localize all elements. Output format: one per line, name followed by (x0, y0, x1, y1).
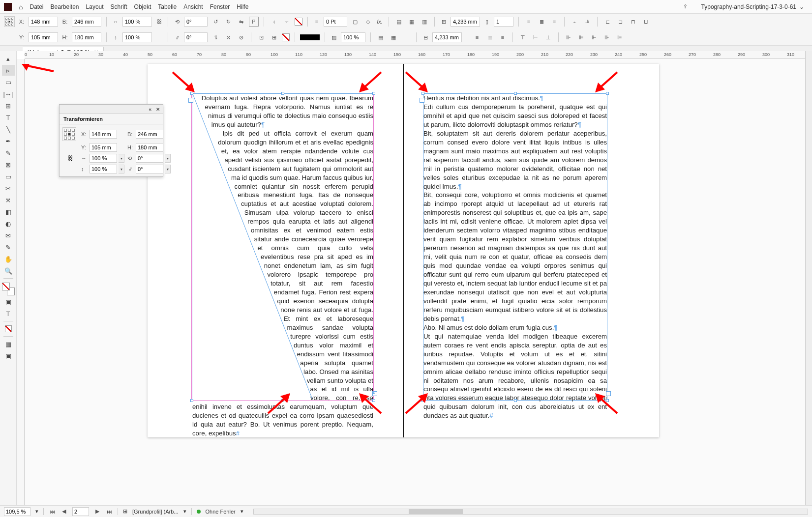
clear-transform-button[interactable]: ⊘ (236, 32, 246, 42)
last-page-button[interactable]: ⏭ (106, 509, 113, 515)
stroke-swatch[interactable] (282, 33, 290, 41)
open-navigator-icon[interactable]: ⊞ (123, 508, 127, 515)
page-input[interactable] (72, 507, 89, 516)
align-row-icon[interactable]: ⊏ (602, 17, 612, 27)
distribute-h-icon[interactable]: ⫠ (570, 17, 579, 27)
link-icon[interactable]: ⛓ (155, 18, 163, 26)
panel-collapse-icon[interactable]: « (149, 107, 151, 112)
pencil-tool[interactable]: ✎ (2, 147, 15, 158)
zoom-input[interactable] (4, 507, 30, 516)
horizontal-ruler[interactable]: 0102030405060708090100110120130140150160… (25, 51, 812, 59)
stroke-style-swatch[interactable] (300, 34, 320, 40)
transform-panel-tab[interactable]: Transformieren (60, 114, 163, 124)
text-frame-right[interactable]: Hentus ma debition nis ant aut discimus.… (423, 93, 607, 401)
baseline-grid-icon-4[interactable]: ⊪ (602, 32, 612, 42)
gradient-swatch-tool[interactable]: ◧ (2, 206, 15, 217)
baseline-grid-icon-5[interactable]: ⊫ (615, 32, 625, 42)
shear-input[interactable] (184, 32, 208, 42)
rotate-input[interactable] (184, 17, 208, 27)
w-input[interactable] (72, 17, 101, 27)
horizontal-scrollbar[interactable] (253, 509, 808, 515)
align-top-edges-icon[interactable]: ⫟ (282, 17, 292, 27)
pen-tool[interactable]: ✒ (2, 136, 15, 146)
rectangle-frame-tool[interactable]: ⊠ (2, 159, 15, 170)
baseline-grid-icon-3[interactable]: ⊩ (589, 32, 599, 42)
line-tool[interactable]: ╲ (2, 124, 15, 135)
apply-color-text-icon[interactable]: T (2, 308, 15, 319)
vert-justify-center-icon[interactable]: ⊢ (531, 32, 541, 42)
y-input[interactable] (29, 32, 58, 42)
panel-shear-input[interactable] (136, 165, 163, 173)
vertical-scrollbar[interactable] (805, 51, 812, 505)
text-align-center-icon[interactable]: ▦ (407, 17, 417, 27)
rotate-ccw-button[interactable]: ↺ (211, 17, 220, 27)
menu-hilfe[interactable]: Hilfe (237, 3, 248, 10)
text-align-bottom-icon[interactable]: ▥ (420, 17, 429, 27)
menu-schrift[interactable]: Schrift (111, 3, 127, 10)
scale-y-input[interactable] (122, 32, 152, 42)
gradient-feather-tool[interactable]: ◐ (2, 218, 15, 229)
scissors-tool[interactable]: ✂ (2, 183, 15, 194)
text-align-top-icon[interactable]: ▤ (394, 17, 404, 27)
corner-options-icon[interactable]: ▢ (350, 17, 360, 27)
share-icon[interactable]: ⇪ (681, 2, 691, 12)
apply-none-icon[interactable] (2, 323, 15, 334)
document-selector[interactable]: Typography-and-Scripting-17-3-0-61 ⌄ (697, 2, 808, 11)
fit-frame-icon[interactable]: ⊞ (269, 32, 279, 42)
link-scale-icon[interactable]: ⛓ (62, 155, 78, 162)
selection-tool[interactable]: ▴ (2, 53, 15, 64)
flip-v-button[interactable]: ⥮ (211, 32, 220, 42)
menu-fenster[interactable]: Fenster (210, 3, 230, 10)
h-input[interactable] (72, 32, 101, 42)
text-wrap-icon[interactable]: P (249, 17, 259, 27)
menu-ansicht[interactable]: Ansicht (183, 3, 203, 10)
rectangle-tool[interactable]: ▭ (2, 171, 15, 182)
panel-rot-input[interactable] (136, 154, 163, 163)
menu-datei[interactable]: Datei (30, 3, 43, 10)
fill-stroke-swatches[interactable] (2, 283, 15, 295)
home-icon[interactable]: ⌂ (19, 3, 23, 11)
reference-point-picker[interactable] (4, 16, 15, 27)
column-width-input[interactable] (451, 17, 480, 27)
eyedropper-tool[interactable]: ✎ (2, 242, 15, 253)
vertical-ruler[interactable] (17, 59, 25, 505)
panel-h-input[interactable] (136, 143, 163, 152)
baseline-grid-icon[interactable]: ⊪ (564, 32, 573, 42)
stroke-weight-input[interactable] (324, 17, 347, 27)
fx-icon[interactable]: fx. (376, 18, 384, 26)
panel-w-input[interactable] (136, 130, 163, 139)
page-tool[interactable]: ▭ (2, 77, 15, 87)
column-height-input[interactable] (432, 32, 462, 42)
text-frame-left[interactable]: Doluptus aut volest abore vellorit quas … (192, 93, 374, 401)
x-input[interactable] (29, 17, 58, 27)
direct-selection-tool[interactable]: ▹ (2, 65, 15, 76)
fill-swatch[interactable] (295, 18, 302, 26)
corner-options-icon-2[interactable]: ◇ (363, 17, 373, 27)
para-spacing-icon[interactable]: ≡ (472, 32, 482, 42)
hand-tool[interactable]: ✋ (2, 254, 15, 264)
baseline-grid-icon-2[interactable]: ⊫ (576, 32, 586, 42)
view-mode-preview-icon[interactable]: ▣ (2, 350, 15, 361)
out-port[interactable] (372, 391, 377, 396)
panel-sy-input[interactable] (90, 165, 117, 173)
align-row-icon-2[interactable]: ⊐ (615, 17, 625, 27)
vert-justify-bottom-icon[interactable]: ⊥ (543, 32, 553, 42)
align-left-edges-icon[interactable]: ⫞ (269, 17, 279, 27)
para-align-right-icon[interactable]: ≡ (549, 17, 559, 27)
in-port[interactable] (420, 98, 424, 103)
flip-h-button[interactable]: ⇋ (236, 17, 246, 27)
next-page-button[interactable]: ▶ (94, 508, 101, 515)
note-tool[interactable]: ✉ (2, 230, 15, 241)
distribute-v-icon[interactable]: ⫡ (582, 17, 592, 27)
out-port[interactable] (606, 391, 611, 396)
menu-layout[interactable]: Layout (86, 3, 104, 10)
scale-x-input[interactable] (122, 17, 152, 27)
panel-sx-input[interactable] (90, 154, 117, 163)
first-page-button[interactable]: ⏮ (49, 509, 56, 515)
flip-both-button[interactable]: ⤮ (223, 32, 233, 42)
preflight-status-label[interactable]: Ohne Fehler (206, 509, 236, 515)
menu-bearbeiten[interactable]: Bearbeiten (50, 3, 79, 10)
fit-content-icon[interactable]: ⊡ (256, 32, 266, 42)
panel-y-input[interactable] (90, 143, 117, 152)
panel-close-icon[interactable]: ✕ (156, 107, 160, 112)
